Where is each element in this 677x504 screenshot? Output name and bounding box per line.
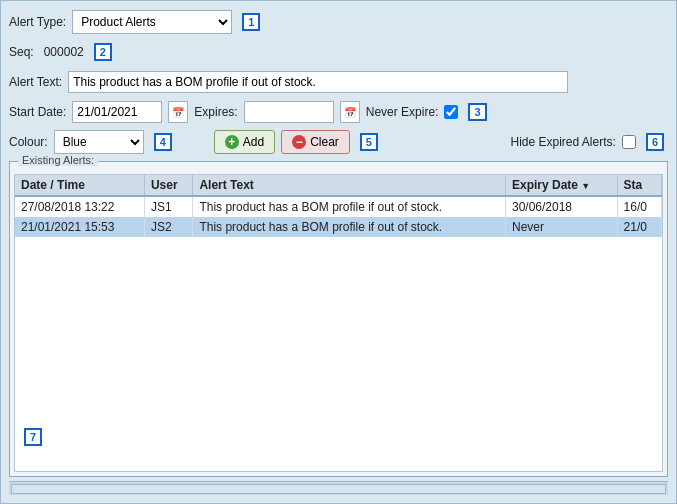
- expires-label: Expires:: [194, 105, 237, 119]
- alert-text-row: Alert Text:: [9, 69, 668, 95]
- cell-user: JS1: [144, 196, 192, 217]
- clear-button[interactable]: − Clear: [281, 130, 350, 154]
- annotation-3: 3: [468, 103, 486, 121]
- col-header-datetime: Date / Time: [15, 175, 144, 196]
- annotation-2: 2: [94, 43, 112, 61]
- start-date-input[interactable]: [72, 101, 162, 123]
- table-body: 27/08/2018 13:22 JS1 This product has a …: [15, 196, 662, 237]
- never-expire-label: Never Expire:: [366, 105, 439, 119]
- hide-expired-section: Hide Expired Alerts: 6: [510, 133, 664, 151]
- alert-text-input[interactable]: [68, 71, 568, 93]
- seq-value: 000002: [44, 45, 84, 59]
- cell-alerttext: This product has a BOM profile if out of…: [193, 196, 506, 217]
- colour-select[interactable]: BlueRedGreenYellowOrange: [54, 130, 144, 154]
- never-expire-checkbox[interactable]: [444, 105, 458, 119]
- alert-type-label: Alert Type:: [9, 15, 66, 29]
- col-header-user: User: [144, 175, 192, 196]
- cell-datetime: 21/01/2021 15:53: [15, 217, 144, 237]
- annotation-6: 6: [646, 133, 664, 151]
- cell-expiry: 30/06/2018: [505, 196, 617, 217]
- cell-status: 16/0: [617, 196, 661, 217]
- sort-arrow-icon: ▼: [581, 181, 590, 191]
- annotation-7: 7: [24, 428, 42, 446]
- add-icon: +: [225, 135, 239, 149]
- table-header-row: Date / Time User Alert Text Expiry Date …: [15, 175, 662, 196]
- alerts-table-container[interactable]: Date / Time User Alert Text Expiry Date …: [14, 174, 663, 472]
- cell-status: 21/0: [617, 217, 661, 237]
- table-row[interactable]: 27/08/2018 13:22 JS1 This product has a …: [15, 196, 662, 217]
- existing-alerts-section: Existing Alerts: Date / Time User Alert …: [9, 161, 668, 477]
- annotation-5: 5: [360, 133, 378, 151]
- alert-type-row: Alert Type: Product AlertsStock AlertsPr…: [9, 9, 668, 35]
- start-date-label: Start Date:: [9, 105, 66, 119]
- cell-user: JS2: [144, 217, 192, 237]
- clear-label: Clear: [310, 135, 339, 149]
- add-label: Add: [243, 135, 264, 149]
- scrollbar-track[interactable]: [11, 484, 666, 494]
- alert-type-select[interactable]: Product AlertsStock AlertsPrice Alerts: [72, 10, 232, 34]
- colour-actions-row: Colour: BlueRedGreenYellowOrange 4 + Add…: [9, 129, 668, 155]
- cell-expiry: Never: [505, 217, 617, 237]
- col-header-status: Sta: [617, 175, 661, 196]
- annotation-4: 4: [154, 133, 172, 151]
- alert-text-label: Alert Text:: [9, 75, 62, 89]
- colour-label: Colour:: [9, 135, 48, 149]
- dates-row: Start Date: 📅 Expires: 📅 Never Expire: 3: [9, 99, 668, 125]
- existing-alerts-legend: Existing Alerts:: [18, 154, 98, 166]
- cell-datetime: 27/08/2018 13:22: [15, 196, 144, 217]
- main-container: Alert Type: Product AlertsStock AlertsPr…: [0, 0, 677, 504]
- col-header-alerttext: Alert Text: [193, 175, 506, 196]
- hide-expired-label: Hide Expired Alerts:: [510, 135, 615, 149]
- expires-input[interactable]: [244, 101, 334, 123]
- seq-row: Seq: 000002 2: [9, 39, 668, 65]
- clear-icon: −: [292, 135, 306, 149]
- add-button[interactable]: + Add: [214, 130, 275, 154]
- alerts-table: Date / Time User Alert Text Expiry Date …: [15, 175, 662, 237]
- annotation-1: 1: [242, 13, 260, 31]
- seq-label: Seq:: [9, 45, 34, 59]
- start-date-calendar-btn[interactable]: 📅: [168, 101, 188, 123]
- horizontal-scrollbar[interactable]: [9, 481, 668, 495]
- cell-alerttext: This product has a BOM profile if out of…: [193, 217, 506, 237]
- expires-calendar-btn[interactable]: 📅: [340, 101, 360, 123]
- hide-expired-checkbox[interactable]: [622, 135, 636, 149]
- table-row[interactable]: 21/01/2021 15:53 JS2 This product has a …: [15, 217, 662, 237]
- col-header-expiry: Expiry Date ▼: [505, 175, 617, 196]
